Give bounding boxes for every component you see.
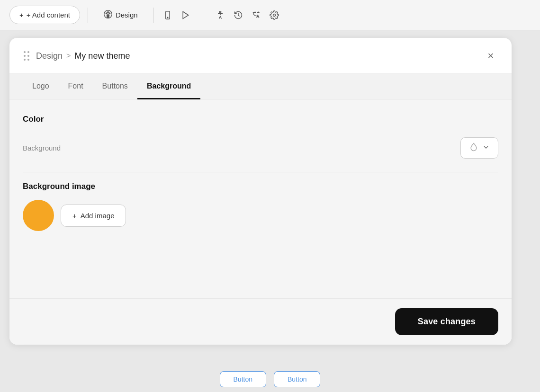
play-icon[interactable] — [181, 10, 190, 20]
panel: Design > My new theme × Logo Font Button… — [9, 38, 512, 345]
add-content-button[interactable]: + + Add content — [9, 6, 80, 24]
breadcrumb-separator: > — [66, 52, 71, 60]
toolbar-divider3 — [203, 8, 203, 23]
main-area: Design > My new theme × Logo Font Button… — [0, 30, 540, 366]
bottom-button-1[interactable]: Button — [220, 371, 266, 387]
drag-handle[interactable] — [23, 50, 30, 62]
toolbar-divider — [88, 8, 88, 23]
add-content-label: + Add content — [27, 11, 70, 19]
svg-point-7 — [219, 11, 221, 12]
svg-point-2 — [108, 12, 109, 13]
svg-point-3 — [109, 13, 110, 14]
plus-icon: + — [19, 11, 24, 19]
tabs-container: Logo Font Buttons Background — [9, 73, 512, 99]
svg-point-5 — [167, 17, 168, 18]
color-section-title: Color — [23, 115, 498, 124]
panel-footer: Save changes — [9, 298, 512, 345]
close-icon[interactable]: × — [483, 48, 498, 63]
add-image-label: Add image — [81, 212, 115, 220]
breadcrumb: Design > My new theme — [36, 51, 130, 61]
panel-header: Design > My new theme × — [9, 38, 512, 73]
accessibility-icon[interactable] — [216, 10, 225, 20]
bg-color-circle — [23, 200, 54, 231]
translate-icon[interactable] — [252, 10, 261, 20]
svg-point-1 — [106, 13, 107, 14]
toolbar-icon-group — [163, 8, 279, 23]
color-row: Background — [23, 134, 498, 162]
mobile-icon[interactable] — [163, 10, 172, 20]
breadcrumb-parent[interactable]: Design — [36, 51, 63, 61]
breadcrumb-current: My new theme — [74, 51, 130, 61]
section-divider — [23, 172, 498, 172]
toolbar: + + Add content Design — [0, 0, 540, 30]
chevron-down-icon — [482, 143, 490, 152]
design-label: Design — [116, 11, 138, 19]
bottom-bar: Button Button — [0, 366, 540, 392]
bottom-button-2[interactable]: Button — [274, 371, 320, 387]
save-changes-button[interactable]: Save changes — [395, 308, 498, 335]
bg-image-title: Background image — [23, 182, 498, 191]
history-icon[interactable] — [234, 10, 243, 20]
design-button[interactable]: Design — [96, 6, 145, 24]
svg-point-8 — [273, 14, 275, 16]
palette-icon — [103, 9, 113, 20]
droplet-icon — [469, 143, 478, 153]
bg-image-section: Background image + Add image — [23, 182, 498, 231]
settings-icon[interactable] — [270, 10, 279, 20]
tab-background[interactable]: Background — [137, 73, 200, 99]
color-row-label: Background — [23, 144, 61, 152]
tab-buttons[interactable]: Buttons — [93, 73, 137, 99]
plus-icon: + — [72, 212, 77, 220]
toolbar-divider2 — [153, 8, 153, 23]
add-image-button[interactable]: + Add image — [61, 205, 126, 227]
bg-image-row: + Add image — [23, 200, 498, 231]
panel-body: Color Background — [9, 99, 512, 298]
svg-marker-6 — [183, 11, 189, 18]
tab-logo[interactable]: Logo — [23, 73, 59, 99]
tab-font[interactable]: Font — [59, 73, 93, 99]
color-picker-button[interactable] — [460, 137, 498, 159]
